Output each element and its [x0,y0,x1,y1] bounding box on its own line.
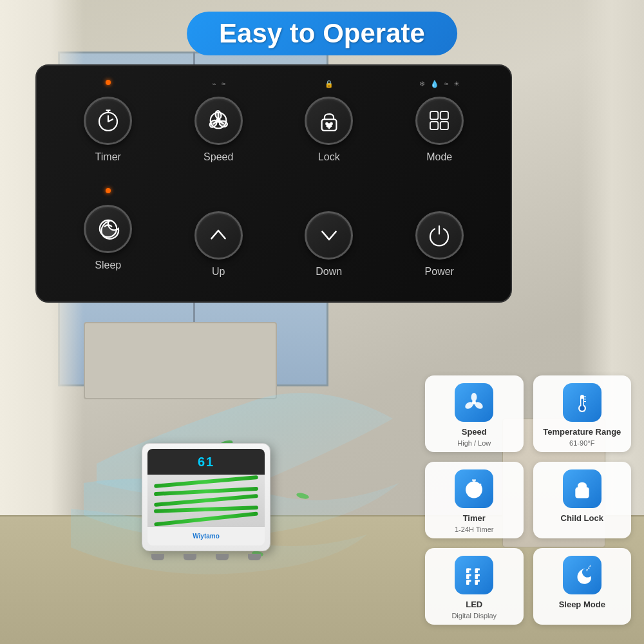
mode-cell: ❄ 💧 ≈ ☀ Mode [388,79,492,180]
svg-point-3 [214,110,222,119]
feature-speed: Speed High / Low [425,375,524,452]
speed-feature-title: Speed [462,427,487,437]
timer-button[interactable] [84,97,132,145]
speed-cell: ⌁ ≈ Speed [167,79,271,180]
sleep-indicator [106,188,111,193]
main-title: Easy to Operate [187,12,457,55]
svg-rect-45 [476,574,480,576]
sleep-feature-title: Sleep Mode [559,600,605,609]
lock-mini-icons: 🔒 [325,80,334,88]
child-lock-feature-icon [571,477,594,500]
up-label: Up [212,266,225,278]
feature-timer: 24 Timer 1-24H Timer [425,462,524,538]
fan-feature-icon [462,391,486,414]
led-feature-icon-box [455,556,493,594]
speed-feature-subtitle: High / Low [457,439,491,447]
ac-display-text: 61 [198,455,214,469]
svg-rect-13 [440,122,448,129]
svg-point-26 [580,406,585,411]
timer-feature-title: Timer [463,513,486,523]
led-feature-title: LED [466,600,482,609]
lock-label: Lock [318,151,340,163]
sleep-feature-icon-box: z z z [563,556,601,594]
wind-low-icon: ⌁ [212,80,216,88]
features-section: Speed High / Low Temperature Range 61-90… [425,375,631,625]
sleep-cell: Sleep [56,187,160,289]
lock-button[interactable] [305,97,353,145]
feature-temperature: Temperature Range 61-90°F [533,375,632,452]
temp-feature-icon-box [563,383,601,422]
mode-button[interactable] [415,97,464,145]
thermometer-feature-icon [571,391,594,414]
svg-rect-44 [476,569,480,571]
power-button[interactable] [415,211,464,260]
led-feature-icon [462,564,486,587]
wind-high-icon: ≈ [222,80,225,88]
mode-wind-icon: ≈ [444,80,448,88]
lock-mini-icon: 🔒 [325,80,334,88]
ac-brand: Wiytamo [147,526,265,545]
control-panel: Timer ⌁ ≈ Speed [35,64,512,303]
mode-mini-icons: ❄ 💧 ≈ ☀ [419,80,460,88]
ac-unit: 61 Wiytamo [142,443,270,560]
up-cell: Up [167,187,271,289]
feature-led: LED Digital Display [425,548,524,625]
svg-point-33 [579,491,581,493]
sleep-label: Sleep [95,260,121,271]
sleep-button[interactable] [84,205,132,253]
down-label: Down [316,266,342,278]
led-feature-subtitle: Digital Display [451,612,497,620]
sun-icon: ☀ [453,80,460,88]
svg-rect-46 [476,580,480,582]
svg-point-8 [326,123,328,125]
timer-cell: Timer [56,79,160,180]
drop-icon: 💧 [430,80,439,88]
power-cell: Power [388,187,492,289]
svg-point-20 [471,393,477,402]
lock-cell: 🔒 Lock [277,79,381,180]
ac-wheels [142,554,270,560]
timer-feature-icon: 24 [462,477,486,500]
child-lock-feature-title: Child Lock [561,513,603,523]
snowflake-icon: ❄ [419,80,425,88]
power-label: Power [425,266,454,278]
timer-indicator [106,80,111,85]
svg-rect-12 [430,122,438,129]
speed-feature-icon-box [455,383,493,422]
svg-text:z: z [589,564,591,567]
feature-sleep-mode: z z z Sleep Mode [533,548,632,625]
child-lock-feature-icon-box [563,469,601,508]
timer-feature-subtitle: 1-24H Timer [455,526,494,533]
timer-label: Timer [95,151,121,163]
up-button[interactable] [194,211,243,260]
svg-rect-25 [581,399,583,406]
svg-text:24: 24 [471,486,477,492]
temp-feature-title: Temperature Range [543,427,621,437]
feature-child-lock: Child Lock [533,462,632,538]
svg-rect-40 [468,580,471,582]
down-cell: Down [277,187,381,289]
speed-label: Speed [204,151,233,163]
speed-button[interactable] [194,97,243,145]
speed-mini-icons: ⌁ ≈ [212,80,225,88]
sleep-feature-icon: z z z [571,564,594,587]
ac-display-panel: 61 [147,449,265,475]
svg-rect-10 [430,111,438,119]
svg-point-34 [583,491,585,493]
timer-feature-icon-box: 24 [455,469,493,508]
temp-feature-subtitle: 61-90°F [569,439,594,447]
svg-point-9 [330,123,332,125]
svg-rect-39 [468,574,471,576]
ac-vents [147,475,265,526]
svg-rect-38 [468,569,471,571]
down-button[interactable] [305,211,353,260]
mode-label: Mode [426,151,452,163]
svg-rect-11 [440,111,448,119]
